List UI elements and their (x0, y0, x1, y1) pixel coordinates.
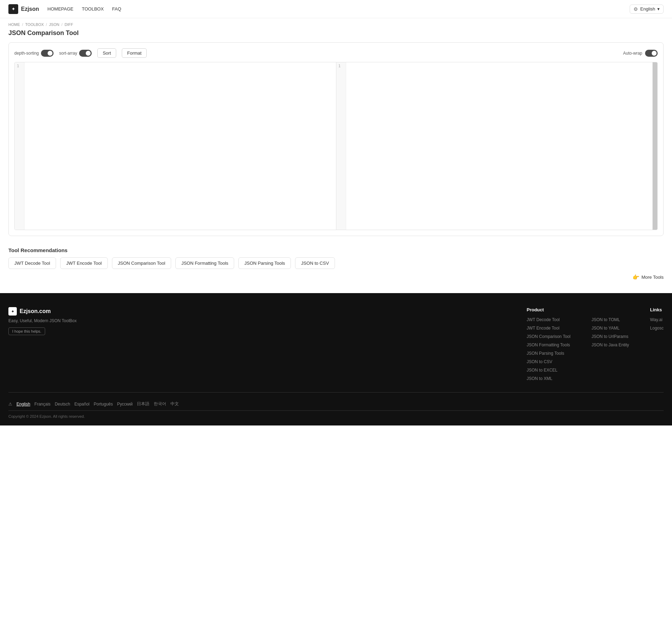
depth-sorting-group: depth-sorting (14, 50, 54, 57)
footer-product-item-7[interactable]: JSON to XML (527, 375, 570, 381)
breadcrumb-json[interactable]: JSON (49, 22, 59, 27)
footer-brand: ✦ Ezjson.com Easy, Useful, Modern JSON T… (8, 307, 77, 381)
more-tools-button[interactable]: 👉 More Tools (632, 272, 664, 282)
footer-lang-russian[interactable]: Русский (117, 402, 133, 407)
footer-product-item-2[interactable]: JSON Comparison Tool (527, 333, 570, 339)
footer-product-col2-item-0[interactable]: JSON to TOML (592, 317, 629, 322)
left-gutter: 1 (15, 62, 24, 230)
footer-product-item-1[interactable]: JWT Encode Tool (527, 325, 570, 331)
right-editor-input[interactable] (346, 62, 653, 230)
footer-product-col2-item-3[interactable]: JSON to Java Entity (592, 342, 629, 347)
breadcrumb-diff[interactable]: DIFF (65, 22, 73, 27)
footer-product-item-0[interactable]: JWT Decode Tool (527, 317, 570, 322)
format-button[interactable]: Format (122, 48, 147, 58)
footer-langs: ⚠ English Français Deutsch Español Portu… (8, 401, 664, 411)
page-title: JSON Comparison Tool (8, 29, 664, 37)
right-editor-row: 1 (336, 62, 658, 230)
lang-label: English (640, 6, 655, 12)
breadcrumb-home[interactable]: HOME (8, 22, 20, 27)
footer-logo-icon: ✦ (8, 307, 17, 316)
nav-right: ⚙ English ▾ (630, 5, 664, 14)
footer-product-col2-item-1[interactable]: JSON to YAML (592, 325, 629, 331)
breadcrumb: HOME / TOOLBOX / JSON / DIFF (0, 18, 672, 29)
warning-icon: ⚠ (8, 402, 12, 407)
footer-logo-text: Ezjson.com (20, 308, 51, 314)
nav-left: ✦ Ezjson HOMEPAGE TOOLBOX FAQ (8, 4, 121, 14)
footer-product-item-5[interactable]: JSON to CSV (527, 359, 570, 364)
logo-text: Ezjson (21, 6, 39, 12)
sort-button[interactable]: Sort (97, 48, 116, 58)
footer-lang-chinese[interactable]: 中文 (170, 401, 179, 407)
toggle-thumb (48, 51, 52, 56)
footer-product-list2: JSON to TOML JSON to YAML JSON to UrlPar… (592, 317, 629, 347)
rec-item-3[interactable]: JSON Formatting Tools (175, 257, 234, 269)
rec-item-1[interactable]: JWT Encode Tool (60, 257, 107, 269)
footer-logo: ✦ Ezjson.com (8, 307, 77, 316)
footer-product-col2: . JSON to TOML JSON to YAML JSON to UrlP… (592, 307, 629, 381)
right-editor-pane: 1 (336, 62, 658, 230)
sort-array-label: sort-array (59, 51, 77, 56)
footer-lang-portugues[interactable]: Português (94, 402, 113, 407)
nav-logo[interactable]: ✦ Ezjson (8, 4, 39, 14)
more-tools-emoji: 👉 (632, 274, 639, 281)
breadcrumb-sep: / (46, 22, 47, 27)
footer-tagline: Easy, Useful, Modern JSON ToolBox (8, 318, 77, 323)
footer-product-item-3[interactable]: JSON Formatting Tools (527, 342, 570, 347)
footer-lang-japanese[interactable]: 日本語 (137, 401, 149, 407)
footer-product-title: Product (527, 307, 570, 312)
footer-cols-wrapper: Product JWT Decode Tool JWT Encode Tool … (527, 307, 664, 381)
sort-array-toggle[interactable] (79, 50, 92, 57)
left-editor-row: 1 (15, 62, 336, 230)
left-line-1: 1 (17, 64, 22, 68)
footer-product-item-4[interactable]: JSON Parsing Tools (527, 350, 570, 356)
rec-item-2[interactable]: JSON Comparison Tool (112, 257, 172, 269)
footer-links-title: Links (650, 307, 664, 312)
footer: ✦ Ezjson.com Easy, Useful, Modern JSON T… (0, 293, 672, 425)
rec-item-5[interactable]: JSON to CSV (295, 257, 335, 269)
left-editor-input[interactable] (24, 62, 336, 230)
footer-product-item-6[interactable]: JSON to EXCEL (527, 367, 570, 373)
navbar: ✦ Ezjson HOMEPAGE TOOLBOX FAQ ⚙ English … (0, 0, 672, 18)
breadcrumb-sep: / (22, 22, 23, 27)
depth-sorting-label: depth-sorting (14, 51, 39, 56)
footer-lang-francais[interactable]: Français (34, 402, 50, 407)
footer-product-col: Product JWT Decode Tool JWT Encode Tool … (527, 307, 570, 381)
nav-faq[interactable]: FAQ (112, 6, 121, 12)
toolbar-right: Auto-wrap (623, 50, 658, 57)
main-content: JSON Comparison Tool depth-sorting sort-… (0, 29, 672, 293)
footer-lang-english[interactable]: English (16, 402, 30, 407)
auto-wrap-toggle[interactable] (645, 50, 658, 57)
footer-lang-deutsch[interactable]: Deutsch (55, 402, 70, 407)
depth-sorting-toggle[interactable] (41, 50, 54, 57)
breadcrumb-sep: / (61, 22, 62, 27)
left-editor-pane: 1 (15, 62, 336, 230)
editors-wrapper: 1 1 (14, 62, 658, 230)
footer-product-col2-item-2[interactable]: JSON to UrlParams (592, 333, 629, 339)
right-gutter: 1 (336, 62, 346, 230)
nav-toolbox[interactable]: TOOLBOX (82, 6, 104, 12)
auto-wrap-label: Auto-wrap (623, 51, 642, 56)
nav-homepage[interactable]: HOMEPAGE (48, 6, 74, 12)
rec-item-0[interactable]: JWT Decode Tool (8, 257, 56, 269)
footer-bottom: ⚠ English Français Deutsch Español Portu… (8, 401, 664, 418)
more-tools-row: 👉 More Tools (8, 272, 664, 282)
breadcrumb-toolbox[interactable]: TOOLBOX (25, 22, 44, 27)
footer-hope-button[interactable]: I hope this helps. (8, 327, 45, 335)
language-selector[interactable]: ⚙ English ▾ (630, 5, 664, 14)
rec-list: JWT Decode Tool JWT Encode Tool JSON Com… (8, 257, 664, 269)
recommendations-title: Tool Recommendations (8, 247, 664, 253)
footer-links-list: Way.ai Logosc (650, 317, 664, 331)
toggle-thumb (86, 51, 91, 56)
footer-lang-espanol[interactable]: Español (74, 402, 89, 407)
globe-icon: ⚙ (634, 6, 638, 12)
chevron-down-icon: ▾ (657, 6, 660, 12)
footer-product-list: JWT Decode Tool JWT Encode Tool JSON Com… (527, 317, 570, 381)
scrollbar[interactable] (652, 62, 657, 230)
footer-links-item-0[interactable]: Way.ai (650, 317, 664, 322)
rec-item-4[interactable]: JSON Parsing Tools (238, 257, 291, 269)
footer-top: ✦ Ezjson.com Easy, Useful, Modern JSON T… (8, 307, 664, 393)
footer-lang-korean[interactable]: 한국어 (154, 401, 166, 407)
footer-copyright: Copyright © 2024 Ezjson. All rights rese… (8, 414, 664, 418)
tool-card: depth-sorting sort-array Sort (8, 42, 664, 236)
footer-links-item-1[interactable]: Logosc (650, 325, 664, 331)
